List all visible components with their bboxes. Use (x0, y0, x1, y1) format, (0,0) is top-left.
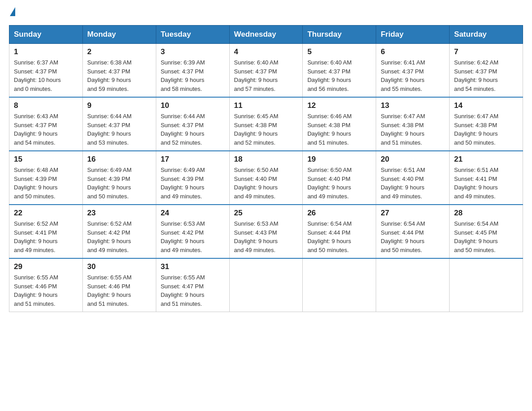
day-info: Sunrise: 6:45 AMSunset: 4:38 PMDaylight:… (234, 112, 298, 147)
calendar-body: 1Sunrise: 6:37 AMSunset: 4:37 PMDaylight… (9, 44, 523, 312)
day-number: 25 (234, 209, 298, 218)
day-info: Sunrise: 6:51 AMSunset: 4:41 PMDaylight:… (454, 166, 518, 201)
calendar-cell: 11Sunrise: 6:45 AMSunset: 4:38 PMDayligh… (229, 97, 303, 151)
day-number: 12 (307, 101, 371, 110)
day-number: 14 (454, 101, 518, 110)
calendar-cell: 3Sunrise: 6:39 AMSunset: 4:37 PMDaylight… (156, 44, 229, 98)
day-header-sunday: Sunday (9, 26, 83, 44)
calendar-cell: 20Sunrise: 6:51 AMSunset: 4:40 PMDayligh… (376, 151, 450, 205)
calendar-cell: 24Sunrise: 6:53 AMSunset: 4:42 PMDayligh… (156, 205, 229, 258)
day-header-saturday: Saturday (450, 26, 523, 44)
day-header-monday: Monday (82, 26, 156, 44)
page-header (9, 9, 523, 16)
day-info: Sunrise: 6:50 AMSunset: 4:40 PMDaylight:… (307, 166, 371, 201)
day-number: 29 (14, 262, 78, 271)
calendar-cell: 7Sunrise: 6:42 AMSunset: 4:37 PMDaylight… (450, 44, 523, 98)
calendar-cell: 9Sunrise: 6:44 AMSunset: 4:37 PMDaylight… (82, 97, 156, 151)
calendar-cell: 19Sunrise: 6:50 AMSunset: 4:40 PMDayligh… (303, 151, 376, 205)
calendar-cell: 10Sunrise: 6:44 AMSunset: 4:37 PMDayligh… (156, 97, 229, 151)
day-info: Sunrise: 6:51 AMSunset: 4:40 PMDaylight:… (381, 166, 445, 201)
day-info: Sunrise: 6:44 AMSunset: 4:37 PMDaylight:… (87, 112, 151, 147)
day-number: 21 (454, 155, 518, 164)
day-number: 7 (454, 47, 518, 56)
calendar-cell (376, 258, 450, 312)
calendar-cell: 2Sunrise: 6:38 AMSunset: 4:37 PMDaylight… (82, 44, 156, 98)
calendar-week-2: 8Sunrise: 6:43 AMSunset: 4:37 PMDaylight… (9, 97, 523, 151)
day-number: 2 (87, 47, 151, 56)
day-number: 13 (381, 101, 445, 110)
day-info: Sunrise: 6:50 AMSunset: 4:40 PMDaylight:… (234, 166, 298, 201)
day-info: Sunrise: 6:47 AMSunset: 4:38 PMDaylight:… (381, 112, 445, 147)
calendar-cell: 26Sunrise: 6:54 AMSunset: 4:44 PMDayligh… (303, 205, 376, 258)
day-number: 8 (14, 101, 78, 110)
day-number: 16 (87, 155, 151, 164)
day-info: Sunrise: 6:46 AMSunset: 4:38 PMDaylight:… (307, 112, 371, 147)
day-number: 31 (161, 262, 225, 271)
calendar-cell: 14Sunrise: 6:47 AMSunset: 4:38 PMDayligh… (450, 97, 523, 151)
day-number: 26 (307, 209, 371, 218)
calendar-cell: 28Sunrise: 6:54 AMSunset: 4:45 PMDayligh… (450, 205, 523, 258)
day-info: Sunrise: 6:55 AMSunset: 4:46 PMDaylight:… (14, 273, 78, 308)
day-number: 11 (234, 101, 298, 110)
day-number: 1 (14, 47, 78, 56)
day-info: Sunrise: 6:38 AMSunset: 4:37 PMDaylight:… (87, 58, 151, 93)
day-info: Sunrise: 6:53 AMSunset: 4:42 PMDaylight:… (161, 219, 225, 254)
calendar-cell: 23Sunrise: 6:52 AMSunset: 4:42 PMDayligh… (82, 205, 156, 258)
calendar-cell: 12Sunrise: 6:46 AMSunset: 4:38 PMDayligh… (303, 97, 376, 151)
calendar-cell: 1Sunrise: 6:37 AMSunset: 4:37 PMDaylight… (9, 44, 83, 98)
calendar-week-4: 22Sunrise: 6:52 AMSunset: 4:41 PMDayligh… (9, 205, 523, 258)
day-number: 17 (161, 155, 225, 164)
day-number: 5 (307, 47, 371, 56)
day-header-friday: Friday (376, 26, 450, 44)
day-info: Sunrise: 6:54 AMSunset: 4:44 PMDaylight:… (307, 219, 371, 254)
day-number: 18 (234, 155, 298, 164)
day-info: Sunrise: 6:54 AMSunset: 4:45 PMDaylight:… (454, 219, 518, 254)
calendar-cell: 22Sunrise: 6:52 AMSunset: 4:41 PMDayligh… (9, 205, 83, 258)
day-header-wednesday: Wednesday (229, 26, 303, 44)
calendar-cell: 31Sunrise: 6:55 AMSunset: 4:47 PMDayligh… (156, 258, 229, 312)
day-info: Sunrise: 6:47 AMSunset: 4:38 PMDaylight:… (454, 112, 518, 147)
calendar-table: SundayMondayTuesdayWednesdayThursdayFrid… (9, 25, 523, 312)
day-info: Sunrise: 6:44 AMSunset: 4:37 PMDaylight:… (161, 112, 225, 147)
day-info: Sunrise: 6:52 AMSunset: 4:41 PMDaylight:… (14, 219, 78, 254)
day-header-tuesday: Tuesday (156, 26, 229, 44)
day-number: 15 (14, 155, 78, 164)
calendar-cell (229, 258, 303, 312)
calendar-cell (303, 258, 376, 312)
day-number: 4 (234, 47, 298, 56)
calendar-cell: 30Sunrise: 6:55 AMSunset: 4:46 PMDayligh… (82, 258, 156, 312)
calendar-cell: 17Sunrise: 6:49 AMSunset: 4:39 PMDayligh… (156, 151, 229, 205)
day-info: Sunrise: 6:39 AMSunset: 4:37 PMDaylight:… (161, 58, 225, 93)
day-number: 30 (87, 262, 151, 271)
day-number: 19 (307, 155, 371, 164)
calendar-cell: 27Sunrise: 6:54 AMSunset: 4:44 PMDayligh… (376, 205, 450, 258)
logo (9, 9, 15, 16)
calendar-header: SundayMondayTuesdayWednesdayThursdayFrid… (9, 26, 523, 44)
calendar-cell: 8Sunrise: 6:43 AMSunset: 4:37 PMDaylight… (9, 97, 83, 151)
day-number: 6 (381, 47, 445, 56)
day-number: 28 (454, 209, 518, 218)
calendar-week-3: 15Sunrise: 6:48 AMSunset: 4:39 PMDayligh… (9, 151, 523, 205)
calendar-week-1: 1Sunrise: 6:37 AMSunset: 4:37 PMDaylight… (9, 44, 523, 98)
calendar-week-5: 29Sunrise: 6:55 AMSunset: 4:46 PMDayligh… (9, 258, 523, 312)
calendar-cell: 18Sunrise: 6:50 AMSunset: 4:40 PMDayligh… (229, 151, 303, 205)
day-number: 9 (87, 101, 151, 110)
day-info: Sunrise: 6:53 AMSunset: 4:43 PMDaylight:… (234, 219, 298, 254)
calendar-cell: 4Sunrise: 6:40 AMSunset: 4:37 PMDaylight… (229, 44, 303, 98)
calendar-cell: 6Sunrise: 6:41 AMSunset: 4:37 PMDaylight… (376, 44, 450, 98)
day-number: 23 (87, 209, 151, 218)
day-info: Sunrise: 6:37 AMSunset: 4:37 PMDaylight:… (14, 58, 78, 93)
day-header-thursday: Thursday (303, 26, 376, 44)
day-info: Sunrise: 6:41 AMSunset: 4:37 PMDaylight:… (381, 58, 445, 93)
day-info: Sunrise: 6:55 AMSunset: 4:46 PMDaylight:… (87, 273, 151, 308)
day-number: 27 (381, 209, 445, 218)
day-info: Sunrise: 6:49 AMSunset: 4:39 PMDaylight:… (87, 166, 151, 201)
calendar-cell (450, 258, 523, 312)
day-info: Sunrise: 6:52 AMSunset: 4:42 PMDaylight:… (87, 219, 151, 254)
day-info: Sunrise: 6:43 AMSunset: 4:37 PMDaylight:… (14, 112, 78, 147)
calendar-cell: 29Sunrise: 6:55 AMSunset: 4:46 PMDayligh… (9, 258, 83, 312)
day-number: 20 (381, 155, 445, 164)
day-info: Sunrise: 6:49 AMSunset: 4:39 PMDaylight:… (161, 166, 225, 201)
calendar-cell: 16Sunrise: 6:49 AMSunset: 4:39 PMDayligh… (82, 151, 156, 205)
day-info: Sunrise: 6:54 AMSunset: 4:44 PMDaylight:… (381, 219, 445, 254)
